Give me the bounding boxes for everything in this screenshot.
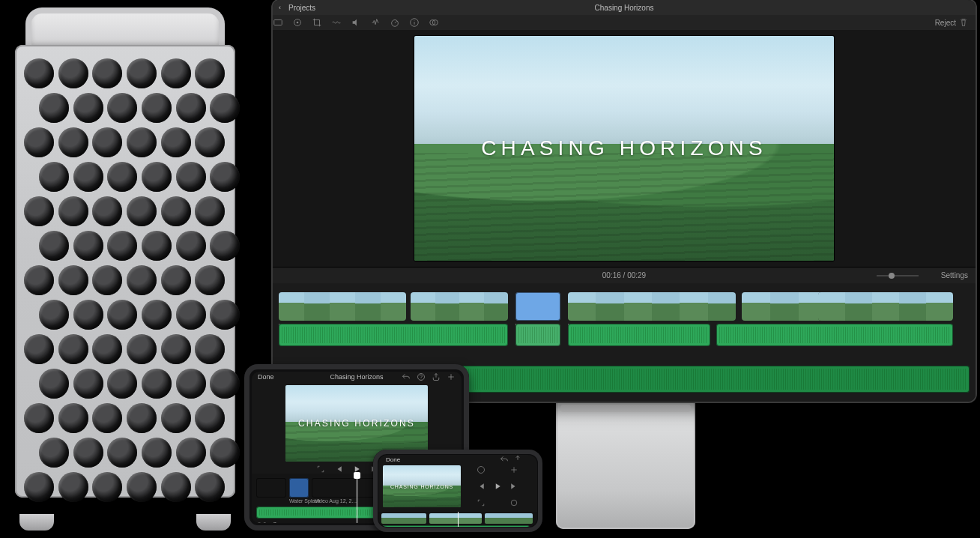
fullscreen-icon[interactable]	[477, 498, 486, 507]
play-icon[interactable]	[493, 482, 502, 491]
time-display: 00:16 / 00:29	[273, 271, 976, 279]
iphone-toolbar: Done	[378, 455, 537, 464]
noise-icon[interactable]	[370, 17, 381, 28]
time-bar: 00:16 / 00:29 Settings	[273, 267, 976, 283]
svg-rect-1	[274, 20, 282, 25]
color-balance-icon[interactable]	[273, 17, 283, 28]
iphone-controls	[465, 465, 533, 510]
preview-viewer: CHASING HORIZONS	[273, 30, 976, 267]
iphone-device: Done CHASING HORIZONS	[373, 450, 542, 532]
speed-icon[interactable]	[390, 17, 400, 28]
video-clip[interactable]	[429, 513, 482, 524]
project-title: Chasing Horizons	[252, 373, 462, 381]
project-settings-icon[interactable]	[509, 498, 518, 507]
done-button[interactable]: Done	[386, 456, 400, 463]
music-clip[interactable]	[381, 525, 530, 527]
undo-icon[interactable]	[500, 455, 509, 464]
playhead[interactable]	[458, 512, 459, 527]
playhead[interactable]	[357, 474, 357, 523]
help-icon[interactable]	[477, 465, 486, 474]
svg-point-15	[511, 500, 517, 506]
prev-icon[interactable]	[477, 482, 486, 491]
share-icon[interactable]	[513, 455, 522, 464]
audio-clip[interactable]	[279, 324, 508, 346]
mac-pro-tower	[15, 10, 235, 514]
video-track[interactable]: Video Aug 12, 2020 at 7:01 AM Water Spla…	[279, 292, 970, 321]
title-overlay: CHASING HORIZONS	[383, 465, 461, 507]
color-correct-icon[interactable]	[292, 17, 303, 28]
video-clip[interactable]	[411, 292, 508, 321]
iphone-video-frame[interactable]: CHASING HORIZONS	[383, 465, 461, 507]
video-clip[interactable]	[818, 292, 953, 321]
volume-icon[interactable]	[351, 17, 361, 28]
ipad-toolbar: Done Chasing Horizons	[252, 372, 462, 382]
stabilize-icon[interactable]	[331, 17, 342, 28]
mac-pro-handle	[25, 7, 225, 49]
clip-label: Video Aug 12, 2…	[315, 498, 357, 504]
reject-button[interactable]: Reject	[935, 18, 968, 27]
help-icon[interactable]	[417, 372, 426, 381]
audio-clip[interactable]	[716, 324, 953, 346]
transition-clip[interactable]	[289, 478, 309, 498]
audio-clip[interactable]	[515, 324, 560, 346]
video-clip[interactable]	[256, 478, 286, 498]
external-monitor: ‹ Projects Chasing Horizons	[273, 0, 976, 402]
audio-clip[interactable]	[568, 324, 710, 346]
imovie-app: ‹ Projects Chasing Horizons	[273, 0, 976, 402]
video-clip[interactable]	[485, 513, 533, 524]
share-icon[interactable]	[432, 372, 441, 381]
video-frame[interactable]: CHASING HORIZONS	[414, 36, 834, 261]
undo-icon[interactable]	[402, 372, 411, 381]
adjustments-toolbar: Reject	[273, 15, 976, 30]
iphone-imovie: Done CHASING HORIZONS	[378, 455, 537, 527]
back-chevron-icon[interactable]: ‹	[279, 4, 281, 11]
iphone-timeline[interactable]	[378, 512, 537, 527]
crop-icon[interactable]	[312, 17, 322, 28]
svg-point-3	[297, 22, 299, 24]
music-label: Italian Song	[258, 522, 285, 523]
video-clip[interactable]	[381, 513, 426, 524]
imovie-titlebar: ‹ Projects Chasing Horizons	[273, 0, 976, 15]
filter-icon[interactable]	[429, 17, 439, 28]
add-icon[interactable]	[447, 372, 456, 381]
title-overlay: CHASING HORIZONS	[414, 36, 834, 261]
prev-icon[interactable]	[334, 465, 343, 474]
fullscreen-icon[interactable]	[316, 465, 325, 474]
monitor-stand	[556, 400, 695, 529]
back-to-projects[interactable]: Projects	[288, 4, 315, 12]
clip-audio-track[interactable]	[279, 324, 970, 346]
mac-pro-feet	[15, 514, 235, 531]
project-title: Chasing Horizons	[273, 4, 976, 12]
transition-clip[interactable]	[515, 292, 560, 321]
next-icon[interactable]	[509, 482, 518, 491]
mac-pro-body	[15, 45, 235, 498]
video-clip[interactable]	[568, 292, 736, 321]
video-clip[interactable]	[279, 292, 406, 321]
svg-point-14	[478, 467, 485, 474]
info-icon[interactable]	[409, 17, 420, 28]
add-icon[interactable]	[509, 465, 518, 474]
